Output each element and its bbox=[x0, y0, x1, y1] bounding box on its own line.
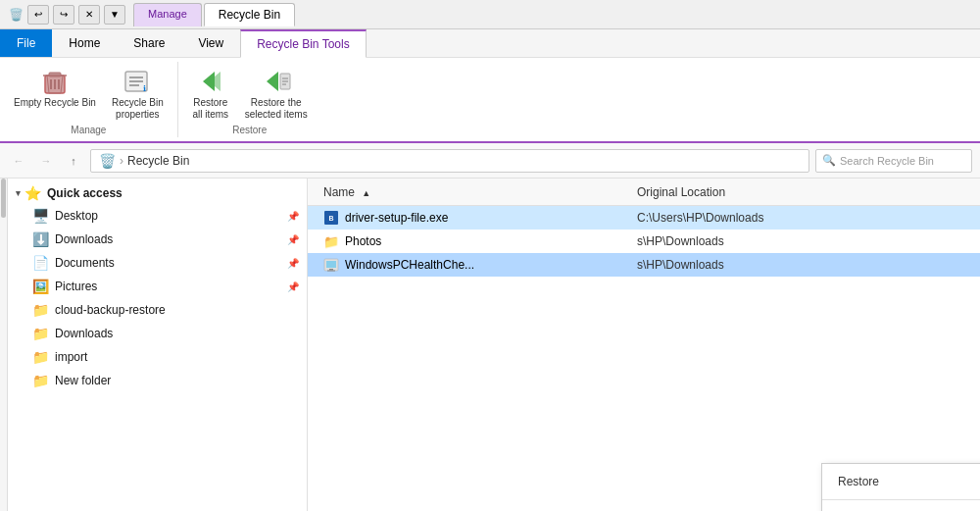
empty-recycle-bin-button[interactable]: Empty Recycle Bin bbox=[8, 64, 102, 111]
recycle-bin-title-tab[interactable]: Recycle Bin bbox=[204, 3, 295, 26]
restore-buttons: Restoreall items Restore theselected ite… bbox=[186, 64, 314, 123]
context-menu: Restore Cut Delete Properties bbox=[821, 463, 980, 511]
search-box[interactable]: 🔍 Search Recycle Bin bbox=[815, 149, 972, 173]
tab-recycle-bin-tools[interactable]: Recycle Bin Tools bbox=[240, 29, 367, 58]
import-label: import bbox=[55, 350, 87, 364]
cloud-backup-icon: 📁 bbox=[31, 301, 49, 319]
search-icon: 🔍 bbox=[822, 154, 836, 167]
tab-file[interactable]: File bbox=[0, 29, 52, 57]
delete-button[interactable]: ✕ bbox=[78, 5, 100, 25]
ctx-restore[interactable]: Restore bbox=[822, 468, 980, 495]
restore-all-items-button[interactable]: Restoreall items bbox=[186, 64, 235, 123]
new-folder-label: New folder bbox=[55, 374, 111, 387]
sidebar-quick-access[interactable]: ▾ ⭐ Quick access bbox=[8, 182, 307, 204]
empty-recycle-bin-label: Empty Recycle Bin bbox=[14, 97, 96, 109]
cloud-backup-label: cloud-backup-restore bbox=[55, 303, 166, 317]
pictures-icon: 🖼️ bbox=[31, 278, 49, 295]
pin-icon-documents: 📌 bbox=[287, 258, 299, 269]
recycle-bin-properties-icon: ℹ bbox=[122, 66, 153, 97]
manage-buttons: Empty Recycle Bin ℹ Recycle Binproperti bbox=[8, 64, 170, 123]
sidebar-item-new-folder[interactable]: 📁 New folder bbox=[8, 369, 307, 392]
downloads2-icon: 📁 bbox=[31, 325, 49, 342]
ribbon-tabs: File Home Share View Recycle Bin Tools bbox=[0, 29, 980, 58]
sidebar-item-desktop[interactable]: 🖥️ Desktop 📌 bbox=[8, 204, 307, 228]
svg-text:B: B bbox=[328, 215, 333, 222]
address-path[interactable]: 🗑️ › Recycle Bin bbox=[90, 149, 809, 173]
downloads-label: Downloads bbox=[55, 232, 113, 246]
customize-button[interactable]: ▼ bbox=[104, 5, 125, 25]
file-loc-driver-setup: C:\Users\HP\Downloads bbox=[629, 211, 923, 225]
desktop-label: Desktop bbox=[55, 209, 98, 223]
manage-tab[interactable]: Manage bbox=[133, 3, 202, 26]
redo-button[interactable]: ↪ bbox=[53, 5, 74, 25]
path-label: Recycle Bin bbox=[127, 154, 189, 168]
file-loc-windowspchealthcheck: s\HP\Downloads bbox=[629, 258, 923, 272]
tab-view[interactable]: View bbox=[181, 29, 240, 57]
file-name-windowspchealthcheck: WindowsPCHealthChe... bbox=[316, 257, 629, 273]
search-placeholder: Search Recycle Bin bbox=[840, 155, 934, 167]
file-name-driver-setup: B driver-setup-file.exe bbox=[316, 210, 629, 226]
tab-share[interactable]: Share bbox=[117, 29, 181, 57]
up-button[interactable]: ↑ bbox=[63, 150, 84, 172]
windowspchealthcheck-icon bbox=[323, 257, 339, 273]
col-header-original-location[interactable]: Original Location bbox=[629, 185, 923, 199]
pin-icon-desktop: 📌 bbox=[287, 211, 299, 222]
ribbon: File Home Share View Recycle Bin Tools bbox=[0, 29, 980, 143]
title-bar-tabs: Manage Recycle Bin bbox=[133, 3, 297, 26]
sidebar-item-downloads[interactable]: ⬇️ Downloads 📌 bbox=[8, 228, 307, 251]
tab-home[interactable]: Home bbox=[52, 29, 117, 57]
sidebar-scrollbar-left bbox=[0, 179, 8, 511]
ribbon-content: Empty Recycle Bin ℹ Recycle Binproperti bbox=[0, 58, 980, 141]
restore-selected-items-label: Restore theselected items bbox=[245, 97, 308, 121]
scrollbar-thumb[interactable] bbox=[1, 179, 6, 218]
undo-button[interactable]: ↩ bbox=[27, 5, 49, 25]
path-separator: › bbox=[120, 154, 123, 168]
file-row-photos[interactable]: 📁 Photos s\HP\Downloads bbox=[308, 230, 980, 253]
file-row-driver-setup[interactable]: B driver-setup-file.exe C:\Users\HP\Down… bbox=[308, 206, 980, 230]
forward-button[interactable]: → bbox=[35, 150, 57, 172]
pictures-label: Pictures bbox=[55, 280, 97, 293]
pin-icon-pictures: 📌 bbox=[287, 281, 299, 292]
manage-group-label: Manage bbox=[71, 125, 106, 135]
quick-access-star-icon: ⭐ bbox=[24, 185, 41, 201]
path-icon: 🗑️ bbox=[99, 153, 116, 169]
photos-folder-icon: 📁 bbox=[323, 233, 339, 249]
new-folder-icon: 📁 bbox=[31, 372, 49, 389]
sidebar-item-downloads2[interactable]: 📁 Downloads bbox=[8, 322, 307, 345]
recycle-bin-properties-button[interactable]: ℹ Recycle Binproperties bbox=[106, 64, 170, 123]
ribbon-group-restore: Restoreall items Restore theselected ite… bbox=[178, 62, 321, 137]
restore-all-items-label: Restoreall items bbox=[192, 97, 228, 121]
empty-recycle-bin-icon bbox=[39, 66, 71, 97]
file-loc-photos: s\HP\Downloads bbox=[629, 234, 923, 248]
title-bar-left: 🗑️ ↩ ↪ ✕ ▼ bbox=[8, 5, 125, 25]
sort-arrow-name: ▲ bbox=[362, 188, 370, 198]
restore-all-items-icon bbox=[195, 66, 226, 97]
ctx-separator-1 bbox=[822, 499, 980, 500]
file-row-windowspchealthcheck[interactable]: WindowsPCHealthChe... s\HP\Downloads bbox=[308, 253, 980, 277]
svg-marker-13 bbox=[267, 72, 278, 91]
col-header-name[interactable]: Name ▲ bbox=[316, 185, 629, 199]
import-icon: 📁 bbox=[31, 348, 49, 366]
svg-rect-21 bbox=[326, 261, 336, 268]
svg-text:ℹ: ℹ bbox=[143, 84, 146, 93]
restore-selected-items-button[interactable]: Restore theselected items bbox=[239, 64, 314, 123]
sidebar: ▾ ⭐ Quick access 🖥️ Desktop 📌 ⬇️ Downloa… bbox=[0, 179, 308, 511]
sidebar-item-import[interactable]: 📁 import bbox=[8, 345, 307, 369]
driver-setup-file-icon: B bbox=[323, 210, 339, 226]
sidebar-item-cloud-backup[interactable]: 📁 cloud-backup-restore bbox=[8, 298, 307, 322]
file-list-header: Name ▲ Original Location bbox=[308, 179, 980, 206]
sidebar-item-documents[interactable]: 📄 Documents 📌 bbox=[8, 251, 307, 275]
window-icon: 🗑️ bbox=[8, 7, 24, 23]
downloads2-label: Downloads bbox=[55, 327, 113, 340]
ctx-cut[interactable]: Cut bbox=[822, 504, 980, 511]
file-name-photos: 📁 Photos bbox=[316, 233, 629, 249]
sidebar-item-pictures[interactable]: 🖼️ Pictures 📌 bbox=[8, 275, 307, 298]
quick-access-label: Quick access bbox=[47, 186, 122, 200]
back-button[interactable]: ← bbox=[8, 150, 29, 172]
documents-icon: 📄 bbox=[31, 254, 49, 272]
restore-group-label: Restore bbox=[232, 125, 267, 135]
quick-access-chevron: ▾ bbox=[16, 188, 21, 198]
file-list: Name ▲ Original Location B driver-setup-… bbox=[308, 179, 980, 511]
documents-label: Documents bbox=[55, 256, 115, 270]
title-bar: 🗑️ ↩ ↪ ✕ ▼ Manage Recycle Bin bbox=[0, 0, 980, 29]
